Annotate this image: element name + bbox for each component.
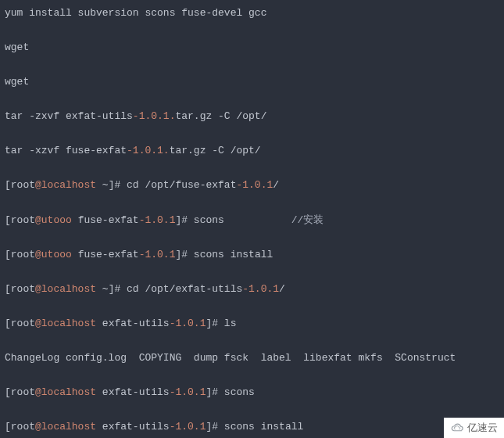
terminal-segment: ]# ls [206, 318, 236, 329]
terminal-line: [root@localhost exfat-utils-1.0.1]# scon… [5, 384, 499, 401]
terminal-segment: -1.0.1 [236, 179, 273, 191]
terminal-segment: tar -zxvf exfat-utils [5, 110, 133, 122]
terminal-line: yum install subversion scons fuse-devel … [5, 5, 499, 22]
terminal-segment: @localhost [35, 283, 96, 295]
terminal-line: [root@utooo fuse-exfat-1.0.1]# scons //安… [5, 212, 499, 229]
terminal-segment: wget [5, 41, 29, 53]
terminal-line: [root@localhost ~]# cd /opt/exfat-utils-… [5, 281, 499, 298]
terminal-segment: fuse-exfat [72, 249, 139, 260]
terminal-segment: tar.gz -C /opt/ [170, 145, 261, 156]
terminal-segment: ]# scons [175, 214, 291, 226]
terminal-segment: @localhost [35, 421, 96, 433]
cloud-icon [450, 421, 464, 435]
terminal-segment: ]# scons [206, 386, 254, 398]
terminal-line: tar -zxvf exfat-utils-1.0.1.tar.gz -C /o… [5, 108, 499, 125]
terminal-line: [root@localhost ~]# cd /opt/fuse-exfat-1… [5, 177, 499, 194]
terminal-segment: tar.gz -C /opt/ [175, 110, 266, 122]
terminal-segment: @localhost [35, 179, 96, 191]
terminal-output: yum install subversion scons fuse-devel … [0, 0, 504, 438]
terminal-segment: exfat-utils [96, 386, 170, 398]
terminal-segment: yum install subversion scons fuse-devel … [5, 7, 266, 19]
terminal-segment: [root [5, 214, 35, 226]
terminal-line: wget [5, 39, 499, 56]
terminal-line: [root@localhost exfat-utils-1.0.1]# ls [5, 315, 499, 332]
terminal-segment: -1.0.1. [133, 110, 176, 122]
terminal-segment: -1.0.1 [139, 214, 176, 226]
terminal-segment: //安装 [291, 214, 324, 226]
terminal-segment: [root [5, 283, 35, 295]
terminal-segment: / [273, 179, 279, 191]
terminal-line: [root@localhost exfat-utils-1.0.1]# scon… [5, 418, 499, 436]
terminal-line: ChangeLog config.log COPYING dump fsck l… [5, 350, 499, 367]
watermark: 亿速云 [444, 418, 504, 438]
terminal-line: tar -xzvf fuse-exfat-1.0.1.tar.gz -C /op… [5, 142, 499, 160]
terminal-segment: @localhost [35, 386, 96, 398]
terminal-segment: [root [5, 318, 35, 329]
terminal-segment: @utooo [35, 249, 72, 260]
terminal-segment: exfat-utils [96, 421, 170, 433]
terminal-segment: @utooo [35, 214, 72, 226]
terminal-segment: [root [5, 386, 35, 398]
watermark-text: 亿速云 [467, 421, 498, 435]
terminal-segment: [root [5, 179, 35, 191]
terminal-segment: -1.0.1 [242, 283, 279, 295]
terminal-segment: wget [5, 76, 29, 88]
terminal-segment: ]# scons install [175, 249, 273, 260]
terminal-segment: ]# scons install [206, 421, 303, 433]
terminal-segment: @localhost [35, 318, 96, 329]
terminal-segment: / [279, 283, 285, 295]
terminal-segment: exfat-utils [96, 318, 170, 329]
terminal-segment: -1.0.1 [170, 318, 206, 329]
terminal-segment: fuse-exfat [72, 214, 139, 226]
terminal-segment: -1.0.1 [139, 249, 176, 260]
terminal-segment: -1.0.1. [127, 145, 170, 156]
terminal-line: wget [5, 74, 499, 91]
terminal-segment: -1.0.1 [170, 421, 206, 433]
terminal-segment: ~]# cd /opt/exfat-utils [96, 283, 242, 295]
terminal-segment: [root [5, 421, 35, 433]
terminal-line: [root@utooo fuse-exfat-1.0.1]# scons ins… [5, 246, 499, 264]
terminal-segment: ChangeLog config.log COPYING dump fsck l… [5, 352, 456, 364]
terminal-segment: tar -xzvf fuse-exfat [5, 145, 127, 156]
terminal-segment: ~]# cd /opt/fuse-exfat [96, 179, 236, 191]
terminal-segment: [root [5, 249, 35, 260]
terminal-segment: -1.0.1 [170, 386, 206, 398]
